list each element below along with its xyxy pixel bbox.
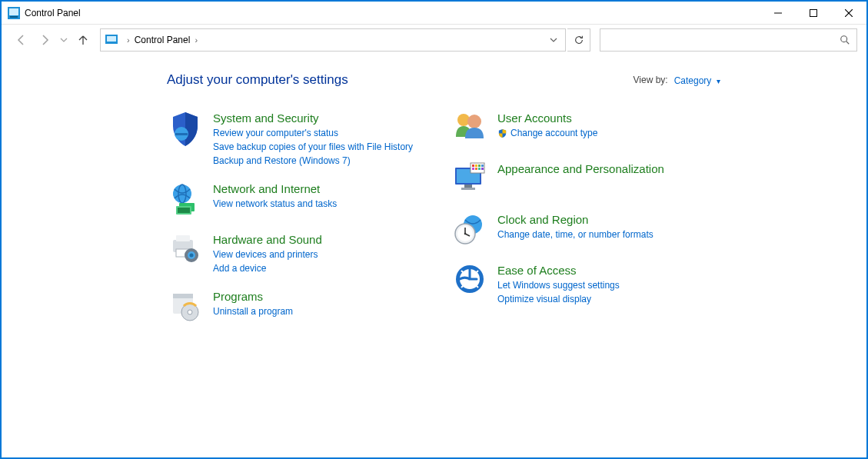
svg-rect-42 — [478, 168, 481, 170]
category-link-programs[interactable]: Programs — [213, 289, 293, 304]
task-link[interactable]: Let Windows suggest settings — [497, 279, 620, 292]
task-link[interactable]: Change date, time, or number formats — [497, 228, 653, 241]
category-link-appearance-personalization[interactable]: Appearance and Personalization — [497, 161, 664, 177]
control-panel-app-icon — [8, 7, 20, 19]
content-area: Adjust your computer's settings View by:… — [2, 55, 866, 326]
svg-rect-43 — [481, 168, 484, 170]
address-bar[interactable]: › Control Panel › — [100, 28, 566, 52]
svg-rect-1 — [9, 8, 18, 15]
category-link-user-accounts[interactable]: User Accounts — [497, 111, 597, 126]
view-by-dropdown[interactable]: Category ▾ — [674, 75, 720, 86]
svg-rect-25 — [173, 294, 193, 298]
category-link-network-internet[interactable]: Network and Internet — [213, 181, 337, 197]
svg-rect-19 — [176, 235, 190, 241]
window-title: Control Panel — [25, 8, 81, 18]
svg-rect-8 — [107, 36, 116, 42]
back-button[interactable] — [11, 29, 32, 51]
svg-rect-37 — [475, 165, 477, 167]
svg-point-28 — [188, 310, 192, 314]
breadcrumb-separator[interactable]: › — [191, 35, 201, 45]
svg-rect-12 — [175, 133, 188, 135]
task-link[interactable]: View devices and printers — [213, 248, 322, 261]
svg-rect-2 — [10, 16, 18, 18]
category-link-system-security[interactable]: System and Security — [213, 111, 413, 126]
search-input[interactable] — [607, 35, 840, 46]
category-link-hardware-sound[interactable]: Hardware and Sound — [213, 232, 322, 248]
task-link-change-account-type[interactable]: Change account type — [497, 127, 597, 140]
clock-globe-icon — [451, 212, 488, 249]
svg-rect-36 — [472, 165, 474, 167]
svg-line-10 — [846, 42, 850, 45]
svg-rect-33 — [464, 185, 472, 188]
svg-rect-17 — [178, 208, 190, 213]
svg-rect-4 — [810, 9, 817, 16]
view-by-value: Category — [674, 75, 712, 86]
svg-rect-39 — [481, 165, 484, 167]
refresh-button[interactable] — [567, 28, 590, 52]
svg-point-49 — [464, 233, 467, 235]
page-heading: Adjust your computer's settings — [167, 72, 634, 88]
category-hardware-sound: Hardware and Sound View devices and prin… — [167, 232, 421, 275]
svg-rect-38 — [478, 165, 481, 167]
globe-network-icon — [167, 181, 204, 218]
svg-point-9 — [841, 36, 847, 42]
svg-point-13 — [173, 185, 191, 203]
category-appearance-personalization: Appearance and Personalization — [451, 161, 705, 198]
category-user-accounts: User Accounts Change account type — [451, 111, 705, 148]
breadcrumb-separator[interactable]: › — [124, 35, 133, 45]
shield-icon — [167, 111, 204, 148]
category-clock-region: Clock and Region Change date, time, or n… — [451, 212, 705, 249]
task-link[interactable]: Review your computer's status — [213, 127, 413, 140]
search-icon[interactable] — [840, 35, 850, 45]
titlebar: Control Panel — [2, 2, 866, 25]
forward-button[interactable] — [34, 29, 55, 51]
svg-rect-34 — [461, 188, 475, 190]
recent-locations-button[interactable] — [57, 29, 71, 51]
svg-point-23 — [190, 254, 194, 258]
category-column-left: System and Security Review your computer… — [167, 111, 421, 326]
category-column-right: User Accounts Change account type — [451, 111, 705, 326]
printer-camera-icon — [167, 232, 204, 269]
programs-disc-icon — [167, 289, 204, 326]
category-ease-of-access: Ease of Access Let Windows suggest setti… — [451, 263, 705, 306]
view-by-label: View by: — [634, 75, 668, 85]
user-accounts-icon — [451, 111, 488, 148]
task-link[interactable]: Optimize visual display — [497, 293, 620, 306]
navigation-row: › Control Panel › — [2, 25, 866, 55]
task-label: Change account type — [510, 128, 597, 138]
category-network-internet: Network and Internet View network status… — [167, 181, 421, 218]
svg-rect-40 — [472, 168, 474, 170]
task-link[interactable]: Uninstall a program — [213, 305, 293, 318]
control-panel-breadcrumb-icon — [105, 34, 119, 46]
task-link[interactable]: Save backup copies of your files with Fi… — [213, 141, 413, 154]
window-maximize-button[interactable] — [796, 2, 831, 25]
up-button[interactable] — [72, 29, 94, 51]
chevron-down-icon: ▾ — [717, 77, 720, 85]
address-history-button[interactable] — [547, 36, 560, 44]
breadcrumb-control-panel[interactable]: Control Panel — [133, 35, 192, 45]
search-box[interactable] — [600, 28, 857, 52]
task-link[interactable]: Backup and Restore (Windows 7) — [213, 155, 413, 168]
category-link-clock-region[interactable]: Clock and Region — [497, 212, 653, 228]
window-minimize-button[interactable] — [760, 2, 796, 25]
category-link-ease-of-access[interactable]: Ease of Access — [497, 263, 620, 278]
monitor-personalization-icon — [451, 161, 488, 198]
svg-point-30 — [467, 115, 481, 128]
svg-rect-41 — [475, 168, 477, 170]
task-link[interactable]: View network status and tasks — [213, 198, 337, 211]
category-system-security: System and Security Review your computer… — [167, 111, 421, 168]
category-programs: Programs Uninstall a program — [167, 289, 421, 326]
task-link[interactable]: Add a device — [213, 262, 322, 275]
window-close-button[interactable] — [831, 2, 866, 25]
uac-shield-icon — [497, 128, 507, 138]
ease-of-access-icon — [451, 263, 488, 300]
